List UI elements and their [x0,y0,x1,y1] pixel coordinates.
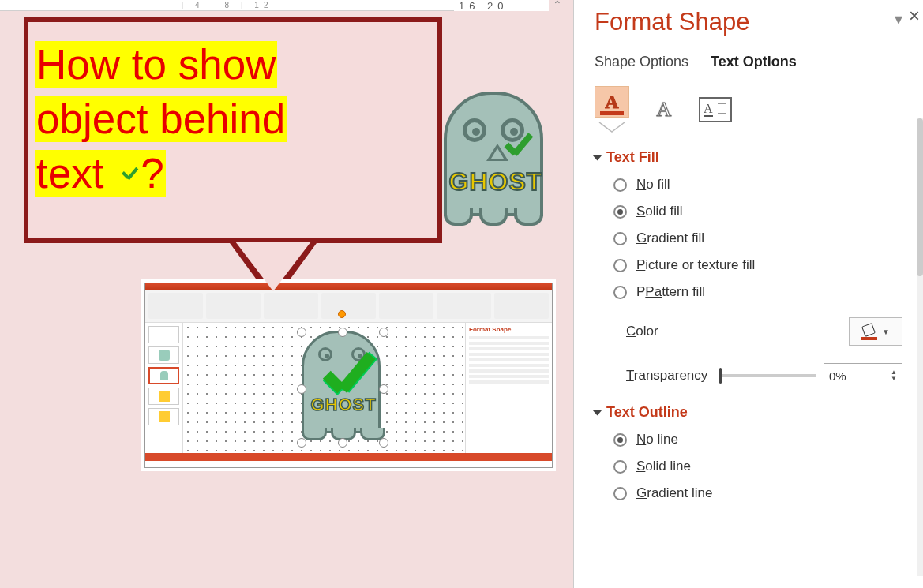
section-text-fill-header[interactable]: Text Fill [595,149,902,166]
resize-handle-icon [338,328,347,337]
expand-triangle-icon [593,410,602,415]
thumb-slide-2 [148,346,179,364]
question-callout[interactable]: How to show object behind text ? [24,17,442,243]
ghost-label-text: GHOST [441,167,551,197]
resize-handle-icon [379,384,388,394]
thumb-slide-3-selected [148,367,179,384]
thumb-titlebar [145,283,552,290]
ruler-marks: | 4 | 8 | 12 [182,1,273,9]
color-picker-button[interactable]: ▼ [849,317,902,346]
panel-close-icon[interactable]: × [909,5,920,27]
radio-no-line[interactable]: No line [613,432,902,448]
section-text-outline-header[interactable]: Text Outline [595,404,902,421]
ghost-feet [444,208,543,226]
radio-solid-fill-input[interactable] [613,205,627,219]
rotate-handle-icon [338,310,346,318]
thumb-checkmark-icon [319,346,379,406]
ruler-collapse-icon[interactable]: ⌃ [553,0,562,11]
text-effects-icon[interactable]: A [650,96,678,124]
checkmark-icon [118,166,141,188]
thumb-slide-4 [148,388,179,405]
ghost-body: GHOST [444,92,543,216]
textbox-icon[interactable]: A [699,97,732,122]
panel-scrollbar[interactable] [917,118,923,576]
radio-no-line-input[interactable] [613,433,627,447]
thumb-statusbar [145,453,552,461]
radio-no-fill-input[interactable] [613,178,627,192]
horizontal-ruler: | 4 | 8 | 12 [0,0,454,11]
dropdown-caret-icon: ▼ [882,328,890,336]
thumb-ribbon [145,290,552,323]
radio-picture-fill[interactable]: Picture or texture fill [613,257,902,273]
radio-solid-line-input[interactable] [613,460,627,474]
radio-gradient-fill[interactable]: Gradient fill [613,230,902,246]
thumb-format-pane: Format Shape [465,323,552,453]
section-text-fill-title: Text Fill [606,149,659,166]
transparency-label: Transparency [626,368,707,384]
ghost-shape[interactable]: GHOST [444,92,543,224]
radio-gradient-fill-input[interactable] [613,232,627,245]
panel-title: Format Shape [595,8,749,36]
radio-no-fill[interactable]: No fill [613,177,902,193]
ghost-eye-left-icon [463,118,486,142]
panel-collapse-chevron-icon[interactable]: ▾ [895,9,902,28]
resize-handle-icon [297,384,306,394]
callout-line-2: object behind [35,96,287,142]
resize-handle-icon [338,438,347,448]
thumb-editor-area: GHOST [183,323,465,453]
paint-bucket-icon [861,324,877,339]
callout-text: How to show object behind text ? [35,38,287,201]
thumb-format-title: Format Shape [469,326,549,333]
resize-handle-icon [297,438,306,448]
callout-line-3-post: ? [141,150,163,197]
thumb-slide-panel [145,323,183,453]
transparency-spinner[interactable]: 0% ▲▼ [824,363,902,388]
resize-handle-icon [379,328,388,337]
radio-gradient-line-input[interactable] [613,487,627,500]
callout-line-3-pre: text [35,150,117,197]
radio-picture-fill-input[interactable] [613,259,627,272]
color-label: Color [626,324,658,339]
radio-solid-fill[interactable]: Solid fill [613,204,902,219]
transparency-value: 0% [829,369,846,383]
thumb-slide-5 [148,408,179,425]
ghost-overlay-checkmark-icon [502,130,537,165]
powerpoint-thumbnail: GHOST Format Shape [144,283,553,468]
thumb-slide-1 [148,326,179,343]
radio-gradient-line[interactable]: Gradient line [613,485,902,501]
section-text-outline-title: Text Outline [606,404,688,421]
text-fill-icon[interactable]: A [595,86,629,118]
tab-text-options[interactable]: Text Options [711,54,797,70]
transparency-slider[interactable] [722,374,816,377]
format-shape-panel: Format Shape ▾ × Shape Options Text Opti… [573,0,923,588]
radio-pattern-fill-input[interactable] [613,286,627,299]
radio-pattern-fill[interactable]: PPattern fill [613,284,902,300]
expand-triangle-icon [593,155,602,160]
radio-solid-line[interactable]: Solid line [613,459,902,474]
ruler-zoom-marks: 16 20 [454,0,549,11]
spinner-arrows-icon[interactable]: ▲▼ [891,369,897,382]
slide-canvas: | 4 | 8 | 12 16 20 ⌃ How to show object … [0,0,574,588]
tab-shape-options[interactable]: Shape Options [595,54,688,70]
resize-handle-icon [379,438,388,448]
callout-line-1: How to show [35,41,277,88]
text-fill-icon-selected-caret [595,122,629,133]
resize-handle-icon [297,328,306,337]
